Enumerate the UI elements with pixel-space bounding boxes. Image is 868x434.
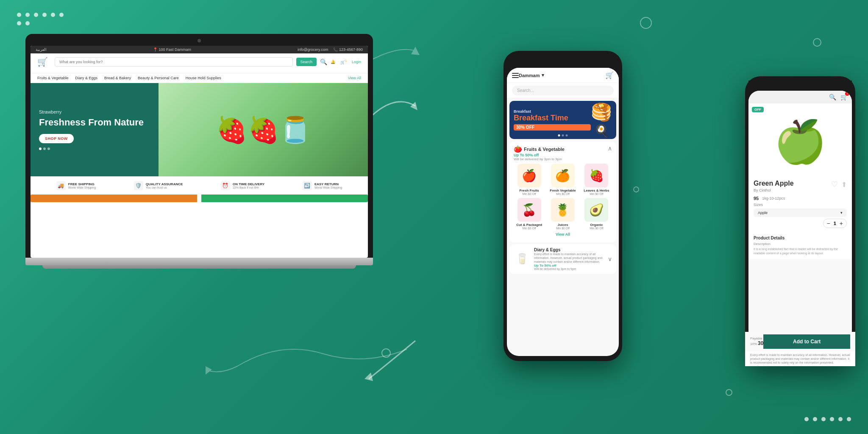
banner-dot-2 [562,134,564,136]
app-location[interactable]: Dammam ▾ [519,72,544,78]
cat-fresh-fruits-img: 🍎 [517,164,541,187]
cat-juices-img: 🍍 [551,198,575,222]
app-banner-title: Breakfast Time [514,114,591,123]
pd-info: Green Apple By Cinthol ♡ ⬆ 95 1kg·10-12p… [748,175,852,232]
nav-view-all[interactable]: View All [348,76,361,80]
feature-shipping-title: FREE SHIPPING [68,182,96,186]
cat-leaves-min: Min $0 Off [590,192,603,195]
bar-spacer [197,195,201,202]
fruits-discount: Up To 50% off [514,153,565,157]
pd-details-title: Product Details [754,236,847,240]
feature-delivery-title: ON TIME DELIVERY [233,182,264,186]
phone-1-frame: Dammam ▾ 🛒 Search... Breakfast Breakfast… [504,51,622,361]
cat-cut[interactable]: 🍒 Cut & Packaged Min $0 Off [514,198,545,230]
share-icon[interactable]: ⬆ [841,181,847,189]
cat-organic[interactable]: 🥑 Organic Min $0 Off [581,198,612,230]
app-viewall-fruits[interactable]: View All [514,230,612,239]
diary-desc: Every effort is made to maintain accurac… [534,252,604,264]
site-header-icons: 🔔 🛒1 Login [331,59,361,64]
cat-juices[interactable]: 🍍 Juices Min $0 Off [547,198,578,230]
site-topbar-location: 📍 100 Fast Dammam [153,47,191,52]
site-search-input[interactable] [55,57,293,67]
pd-size-value: Apple [758,211,768,215]
diary-section: 🥛 Diary & Eggs Every effort is made to m… [509,244,616,274]
deco-circle-4 [726,389,732,396]
site-topbar-email: info@grocery.com [298,47,328,52]
quality-icon: 🛡️ [134,181,143,190]
dots-bottom-right [804,417,851,421]
cat-fresh-fruits-name: Fresh Fruits [520,189,539,192]
cat-fresh-veg[interactable]: 🍊 Fresh Vegetable Min $0 Off [547,164,578,195]
svg-marker-0 [410,102,417,110]
nav-item-diary[interactable]: Diary & Eggs [75,76,98,80]
feature-shipping: 🚚 FREE SHIPPING World Wide Shipping [56,181,96,190]
dots-top-left [17,13,68,25]
shipping-icon: 🚚 [56,181,66,190]
fruits-chevron-icon[interactable]: ∧ [608,145,612,152]
laptop-screen: العربية 📍 100 Fast Dammam info@grocery.c… [31,46,368,258]
hamburger-icon[interactable] [512,73,519,78]
apple-emoji: 🍏 [774,117,827,167]
feature-return-sub: World Wide Shipping [314,186,342,189]
fruits-section-title: Fruits & Vegetable [524,147,565,152]
pd-payable-percent: 10% [750,342,757,346]
cat-fresh-fruits-min: Min $0 Off [523,192,536,195]
phone-2-notch-bump [785,82,815,88]
cat-juices-name: Juices [558,223,568,227]
pd-weight: 1kg·10-12pcs [762,196,785,200]
cat-leaves-name: Leaves & Herbs [584,189,609,192]
pd-product-image: OFF 🍏 [748,103,852,180]
site-search-button[interactable]: Search [296,58,317,66]
cat-leaves[interactable]: 🍓 Leaves & Herbs Min $0 Off [581,164,612,195]
site-header: 🛒 Search 🔍 🔔 🛒1 Login [31,53,368,73]
search-icon-pd[interactable]: 🔍 [829,94,836,100]
add-to-cart-button[interactable]: Add to Cart [763,334,850,349]
wavy-arrow-bottom [203,332,415,400]
pd-price: 95 [754,196,759,201]
fruits-section-icon: 🍅 [514,145,522,153]
diary-info: Diary & Eggs Every effort is made to mai… [534,248,604,270]
nav-item-fruits[interactable]: Fruits & Vegetable [37,76,69,80]
site-bottom-bars [31,195,368,202]
site-topbar: العربية 📍 100 Fast Dammam info@grocery.c… [31,46,368,53]
qty-value: 1 [834,221,836,226]
qty-increase-button[interactable]: + [840,220,843,227]
phone-1-notch [546,58,580,64]
banner-dot-3 [566,134,568,136]
login-link[interactable]: Login [352,60,361,64]
pd-cart-badge[interactable]: 🛒 1 [840,93,848,101]
deco-circle-1 [640,17,652,29]
phone-2: 🔍 🛒 1 OFF 🍏 Green Apple By Cinthol [745,76,855,366]
cat-fresh-veg-name: Fresh Vegetable [550,189,576,192]
feature-quality-sub: You can trust us [146,186,183,189]
feature-shipping-sub: World Wide Shipping [68,186,96,189]
phone-2-frame: 🔍 🛒 1 OFF 🍏 Green Apple By Cinthol [745,76,855,366]
nav-item-bread[interactable]: Bread & Bakery [104,76,131,80]
delivery-icon: ⏰ [221,181,230,190]
pd-size-selector[interactable]: Apple ▾ [754,209,847,217]
qty-decrease-button[interactable]: − [827,220,830,227]
banner-brand: Breakfast [514,109,591,114]
search-icon-site: 🔍 [320,58,327,65]
feature-return-title: EASY RETURN [314,182,342,186]
app-search-input[interactable]: Search... [512,86,614,95]
return-icon: ↩️ [303,181,312,190]
phone-2-screen: 🔍 🛒 1 OFF 🍏 Green Apple By Cinthol [748,91,852,362]
hero-subtitle: Strawberry [39,109,150,114]
feature-delivery-sub: 15% Back if not 8Hr [233,186,264,189]
app-banner-discount: 30% OFF [514,124,591,131]
shop-now-button[interactable]: SHOP NOW [39,134,74,143]
breakfast-emoji: 🥞 [591,102,612,122]
cart-icon-app[interactable]: 🛒 [605,71,614,79]
app-search-bar: Search... [507,83,619,98]
nav-item-household[interactable]: House Hold Supplies [186,76,221,80]
diary-chevron-icon[interactable]: ∨ [608,256,612,262]
cat-fresh-fruits[interactable]: 🍎 Fresh Fruits Min $0 Off [514,164,545,195]
pd-details-section: Product Details Description It is a long… [748,232,852,259]
svg-marker-3 [206,366,212,375]
app-banner: Breakfast Breakfast Time 30% OFF 🥞 🍳 [509,101,616,139]
nav-item-beauty[interactable]: Beauty & Personal Care [138,76,179,80]
laptop-base [25,258,373,265]
pd-footer: Payable 10% 30 Add to Cart Every effort … [748,332,852,362]
heart-icon[interactable]: ♡ [831,180,838,189]
